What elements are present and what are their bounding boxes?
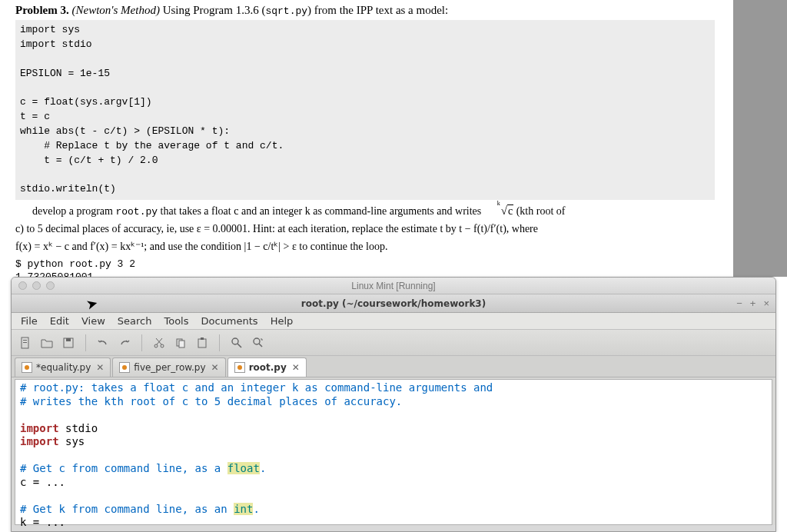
menu-view[interactable]: View	[77, 315, 110, 327]
paste-icon[interactable]	[194, 335, 210, 351]
menu-search[interactable]: Search	[113, 315, 157, 327]
close-icon[interactable]: ✕	[211, 362, 219, 373]
problem-title: Problem 3. (Newton's Method) Using Progr…	[15, 4, 715, 17]
svg-point-11	[232, 338, 238, 344]
undo-icon[interactable]	[95, 335, 111, 351]
menu-file[interactable]: File	[16, 315, 42, 327]
sqrt-code-block: import sys import stdio EPSILON = 1e-15 …	[15, 20, 715, 200]
window-controls: − + ×	[736, 298, 769, 309]
svg-rect-10	[201, 337, 204, 340]
toolbar	[12, 330, 775, 356]
vm-title: Linux Mint [Running]	[12, 281, 775, 291]
problem-subtitle: (Newton's Method)	[71, 4, 159, 16]
search-replace-icon[interactable]	[251, 335, 266, 351]
maximize-button[interactable]: +	[750, 298, 756, 309]
svg-point-5	[154, 344, 158, 347]
svg-point-6	[161, 344, 164, 347]
paragraph-2: c) to 5 decimal places of accuracy, ie, …	[15, 222, 715, 237]
minimize-button[interactable]: −	[736, 298, 742, 309]
vm-titlebar[interactable]: Linux Mint [Running]	[12, 278, 775, 294]
document-body: Problem 3. (Newton's Method) Using Progr…	[0, 0, 730, 311]
document-icon	[22, 362, 32, 373]
tab-equality[interactable]: *equality.py ✕	[15, 357, 111, 377]
editor-titlebar[interactable]: root.py (~/coursework/homework3) − + ×	[12, 294, 775, 313]
menu-help[interactable]: Help	[266, 315, 298, 327]
tab-root[interactable]: root.py ✕	[227, 357, 307, 377]
save-icon[interactable]	[61, 335, 76, 351]
new-file-icon[interactable]	[18, 335, 33, 351]
tab-label: root.py	[249, 362, 287, 373]
editor-window: root.py (~/coursework/homework3) − + × F…	[12, 294, 775, 525]
tab-label: five_per_row.py	[134, 362, 205, 373]
tab-label: *equality.py	[36, 362, 91, 373]
svg-point-12	[254, 338, 260, 344]
tabbar: *equality.py ✕ five_per_row.py ✕ root.py…	[12, 356, 775, 377]
search-icon[interactable]	[229, 335, 244, 351]
paragraph-1: develop a program root.py that takes a f…	[15, 203, 715, 219]
vm-window: Linux Mint [Running] root.py (~/coursewo…	[11, 277, 776, 532]
svg-rect-8	[179, 341, 184, 347]
menubar: File Edit View Search Tools Documents He…	[12, 313, 775, 330]
close-icon[interactable]: ✕	[292, 362, 300, 373]
copy-icon[interactable]	[173, 335, 188, 351]
open-file-icon[interactable]	[39, 335, 55, 351]
editor-title: root.py (~/coursework/homework3)	[12, 298, 775, 309]
svg-rect-2	[23, 342, 27, 343]
svg-rect-4	[66, 338, 71, 341]
close-icon[interactable]: ✕	[96, 362, 104, 373]
page-margin	[733, 0, 787, 277]
svg-rect-9	[198, 339, 206, 347]
code-editor[interactable]: # root.py: takes a float c and an intege…	[15, 379, 772, 525]
redo-icon[interactable]	[117, 335, 132, 351]
menu-documents[interactable]: Documents	[197, 315, 263, 327]
paragraph-3: f(x) = xᵏ − c and f′(x) = kxᵏ⁻¹; and use…	[15, 240, 715, 254]
menu-tools[interactable]: Tools	[159, 315, 193, 327]
tab-five-per-row[interactable]: five_per_row.py ✕	[112, 357, 225, 377]
document-icon	[119, 362, 130, 373]
problem-label: Problem 3.	[15, 4, 69, 16]
close-button[interactable]: ×	[763, 298, 769, 309]
document-icon	[234, 362, 245, 373]
cut-icon[interactable]	[151, 335, 167, 351]
svg-rect-1	[23, 340, 27, 341]
menu-edit[interactable]: Edit	[45, 315, 74, 327]
